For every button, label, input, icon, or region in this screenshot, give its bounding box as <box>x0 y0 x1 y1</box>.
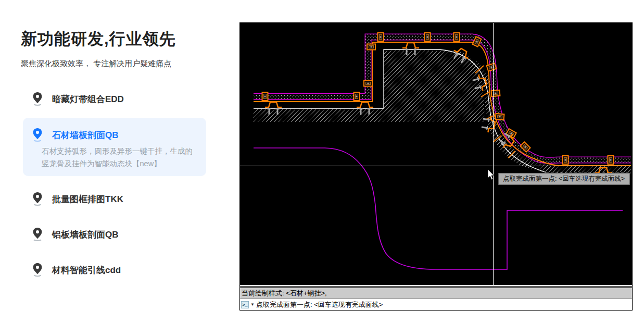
command-tooltip: 点取完成面第一点: <回车选现有完成面线> <box>498 173 630 185</box>
page-title: 新功能研发,行业领先 <box>21 28 176 50</box>
cad-drawing-canvas[interactable]: 点取完成面第一点: <回车选现有完成面线> <box>240 23 632 285</box>
sidebar-item-aluminum-wall-section[interactable]: 铝板墙板剖面QB <box>31 227 119 242</box>
map-pin-icon <box>31 192 44 206</box>
command-prompt-icon[interactable]: >_ <box>241 301 249 308</box>
feature-sidebar: 新功能研发,行业领先 聚焦深化极致效率， 专注解决用户疑难痛点 暗藏灯带组合ED… <box>0 0 239 335</box>
cad-drawing <box>240 23 632 285</box>
map-pin-icon <box>31 92 44 106</box>
sidebar-item-label: 铝板墙板剖面QB <box>52 229 119 241</box>
sidebar-item-description: 石材支持弧形，圆形及异形一键干挂，生成的竖龙骨及挂件为智能动态块【new】 <box>42 145 193 170</box>
cad-window: 点取完成面第一点: <回车选现有完成面线> 当前绘制样式: <石材+钢挂>, >… <box>239 22 633 311</box>
status-line: 当前绘制样式: <石材+钢挂>, <box>240 288 632 299</box>
map-pin-icon <box>31 227 44 242</box>
sidebar-item-material-smart-leader[interactable]: 材料智能引线cdd <box>31 263 121 277</box>
page-subtitle: 聚焦深化极致效率， 专注解决用户疑难痛点 <box>21 59 171 69</box>
map-pin-icon <box>31 128 44 142</box>
sidebar-item-batch-frame-layout[interactable]: 批量图框排图TKK <box>31 192 123 206</box>
sidebar-item-label: 材料智能引线cdd <box>52 264 121 276</box>
sidebar-item-label: 石材墙板剖面QB <box>52 129 119 141</box>
command-history-dropdown-icon[interactable]: ▼ <box>250 300 255 310</box>
sidebar-item-label: 批量图框排图TKK <box>52 193 123 205</box>
command-line[interactable]: >_ ▼ 点取完成面第一点: <回车选现有完成面线> <box>240 299 632 310</box>
sidebar-item-label: 暗藏灯带组合EDD <box>52 93 124 105</box>
command-line-text: 点取完成面第一点: <回车选现有完成面线> <box>256 300 383 310</box>
map-pin-icon <box>31 263 44 277</box>
sidebar-item-stone-wall-section[interactable]: 石材墙板剖面QB 石材支持弧形，圆形及异形一键干挂，生成的竖龙骨及挂件为智能动态… <box>23 118 206 176</box>
sidebar-item-hidden-light-band[interactable]: 暗藏灯带组合EDD <box>31 92 124 106</box>
